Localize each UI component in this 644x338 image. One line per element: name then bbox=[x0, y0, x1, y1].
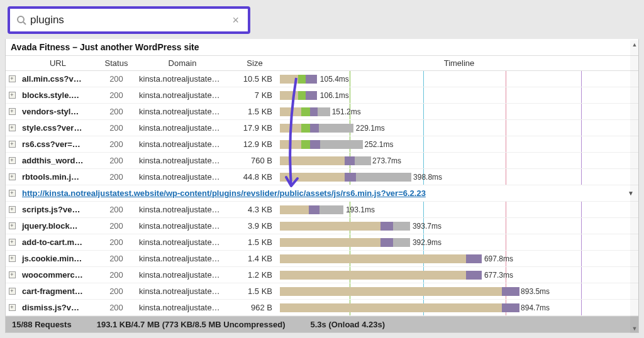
table-row[interactable]: +jquery.block…200kinsta.notrealjustate…3… bbox=[6, 218, 638, 234]
expand-toggle[interactable]: + bbox=[9, 239, 16, 246]
request-timeline: 151.2ms bbox=[280, 104, 638, 119]
timing-label: 697.8ms bbox=[484, 254, 513, 263]
expand-toggle[interactable]: + bbox=[9, 190, 16, 197]
request-size: 10.5 KB bbox=[230, 72, 280, 85]
request-status: 200 bbox=[97, 72, 135, 85]
request-url: style.css?ver… bbox=[18, 121, 97, 134]
expand-toggle[interactable]: + bbox=[9, 255, 16, 262]
page-title: Avada Fitness – Just another WordPress s… bbox=[6, 39, 638, 56]
request-url: vendors-styl… bbox=[18, 105, 97, 118]
request-url: addthis_word… bbox=[18, 154, 97, 167]
table-row[interactable]: +dismiss.js?v…200kinsta.notrealjustate…9… bbox=[6, 300, 638, 316]
column-headers: URL Status Domain Size Timeline bbox=[6, 56, 638, 71]
timing-label: 273.7ms bbox=[372, 156, 401, 165]
request-timeline: 393.7ms bbox=[280, 218, 638, 234]
request-status: 200 bbox=[97, 138, 135, 151]
svg-point-0 bbox=[18, 16, 24, 23]
expanded-request-row[interactable]: + http://kinsta.notrealjustatest.website… bbox=[6, 185, 638, 202]
request-timeline: 193.1ms bbox=[280, 202, 638, 217]
timing-label: 894.7ms bbox=[521, 303, 550, 312]
request-timeline: 392.9ms bbox=[280, 234, 638, 250]
table-row[interactable]: +woocommerc…200kinsta.notrealjustate…1.2… bbox=[6, 267, 638, 283]
request-size: 17.9 KB bbox=[230, 121, 280, 134]
request-domain: kinsta.notrealjustate… bbox=[135, 301, 230, 314]
svg-line-1 bbox=[23, 22, 26, 25]
request-status: 200 bbox=[97, 219, 135, 232]
col-status[interactable]: Status bbox=[97, 56, 135, 70]
expand-toggle[interactable]: + bbox=[9, 173, 16, 180]
request-status: 200 bbox=[97, 203, 135, 216]
table-row[interactable]: +blocks.style.…200kinsta.notrealjustate…… bbox=[6, 87, 638, 104]
request-size: 44.8 KB bbox=[230, 170, 280, 183]
request-url: js.cookie.min… bbox=[18, 252, 97, 265]
timing-label: 193.1ms bbox=[346, 205, 375, 214]
table-row[interactable]: +style.css?ver…200kinsta.notrealjustate…… bbox=[6, 120, 638, 136]
expand-toggle[interactable]: + bbox=[9, 141, 16, 148]
table-row[interactable]: +vendors-styl…200kinsta.notrealjustate…1… bbox=[6, 104, 638, 120]
expand-toggle[interactable]: + bbox=[9, 304, 16, 311]
expand-toggle[interactable]: + bbox=[9, 206, 16, 213]
col-timeline[interactable]: Timeline bbox=[280, 56, 638, 70]
request-timeline: 252.1ms bbox=[280, 136, 638, 152]
summary-requests: 15/88 Requests bbox=[12, 320, 72, 329]
request-size: 4.3 KB bbox=[230, 203, 280, 216]
expand-toggle[interactable]: + bbox=[9, 108, 16, 115]
scroll-down-icon[interactable]: ▼ bbox=[630, 324, 639, 333]
expand-toggle[interactable]: + bbox=[9, 271, 16, 278]
table-row[interactable]: +rbtools.min.j…200kinsta.notrealjustate…… bbox=[6, 169, 638, 185]
request-domain: kinsta.notrealjustate… bbox=[135, 268, 230, 281]
request-status: 200 bbox=[97, 252, 135, 265]
request-size: 962 B bbox=[230, 301, 280, 314]
timing-label: 893.5ms bbox=[521, 287, 550, 296]
col-size[interactable]: Size bbox=[230, 56, 280, 70]
search-input[interactable] bbox=[30, 14, 230, 26]
waterfall-panel: Avada Fitness – Just another WordPress s… bbox=[5, 39, 639, 317]
expanded-request-url[interactable]: http://kinsta.notrealjustatest.website/w… bbox=[18, 187, 623, 200]
expand-toggle[interactable]: + bbox=[9, 75, 16, 82]
table-row[interactable]: +all.min.css?v…200kinsta.notrealjustate…… bbox=[6, 71, 638, 87]
summary-bar: 15/88 Requests 193.1 KB/4.7 MB (773 KB/8… bbox=[5, 317, 639, 333]
timing-label: 392.9ms bbox=[413, 238, 441, 247]
request-url: cart-fragment… bbox=[18, 285, 97, 298]
timing-label: 229.1ms bbox=[356, 124, 385, 133]
request-url: dismiss.js?v… bbox=[18, 301, 97, 314]
scrollbar[interactable]: ▲ ▼ bbox=[630, 40, 639, 333]
request-size: 7 KB bbox=[230, 89, 280, 102]
request-timeline: 398.8ms bbox=[280, 169, 638, 185]
table-row[interactable]: +scripts.js?ve…200kinsta.notrealjustate…… bbox=[6, 202, 638, 218]
request-status: 200 bbox=[97, 170, 135, 183]
table-row[interactable]: +add-to-cart.m…200kinsta.notrealjustate…… bbox=[6, 234, 638, 251]
expand-toggle[interactable]: + bbox=[9, 288, 16, 295]
request-timeline: 105.4ms bbox=[280, 71, 638, 87]
request-rows-2: +scripts.js?ve…200kinsta.notrealjustate…… bbox=[6, 202, 638, 316]
request-domain: kinsta.notrealjustate… bbox=[135, 252, 230, 265]
request-size: 1.4 KB bbox=[230, 252, 280, 265]
request-timeline: 229.1ms bbox=[280, 120, 638, 136]
table-row[interactable]: +addthis_word…200kinsta.notrealjustate…7… bbox=[6, 153, 638, 169]
request-url: jquery.block… bbox=[18, 219, 97, 232]
expand-toggle[interactable]: + bbox=[9, 124, 16, 131]
request-domain: kinsta.notrealjustate… bbox=[135, 170, 230, 183]
request-url: add-to-cart.m… bbox=[18, 236, 97, 249]
request-timeline: 697.8ms bbox=[280, 251, 638, 266]
request-size: 1.5 KB bbox=[230, 285, 280, 298]
clear-icon[interactable]: × bbox=[230, 14, 242, 26]
table-row[interactable]: +cart-fragment…200kinsta.notrealjustate…… bbox=[6, 283, 638, 300]
col-domain[interactable]: Domain bbox=[135, 56, 230, 70]
search-box[interactable]: × bbox=[8, 6, 250, 34]
request-domain: kinsta.notrealjustate… bbox=[135, 236, 230, 249]
scroll-up-icon[interactable]: ▲ bbox=[630, 40, 639, 49]
col-expand bbox=[6, 56, 18, 70]
expand-toggle[interactable]: + bbox=[9, 157, 16, 164]
request-status: 200 bbox=[97, 285, 135, 298]
expand-toggle[interactable]: + bbox=[9, 222, 16, 229]
request-size: 1.5 KB bbox=[230, 105, 280, 118]
request-domain: kinsta.notrealjustate… bbox=[135, 105, 230, 118]
col-url[interactable]: URL bbox=[18, 56, 97, 70]
request-size: 1.5 KB bbox=[230, 236, 280, 249]
table-row[interactable]: +rs6.css?ver=…200kinsta.notrealjustate…1… bbox=[6, 136, 638, 153]
expand-toggle[interactable]: + bbox=[9, 92, 16, 99]
request-domain: kinsta.notrealjustate… bbox=[135, 121, 230, 134]
table-row[interactable]: +js.cookie.min…200kinsta.notrealjustate…… bbox=[6, 251, 638, 267]
request-timeline: 273.7ms bbox=[280, 153, 638, 168]
